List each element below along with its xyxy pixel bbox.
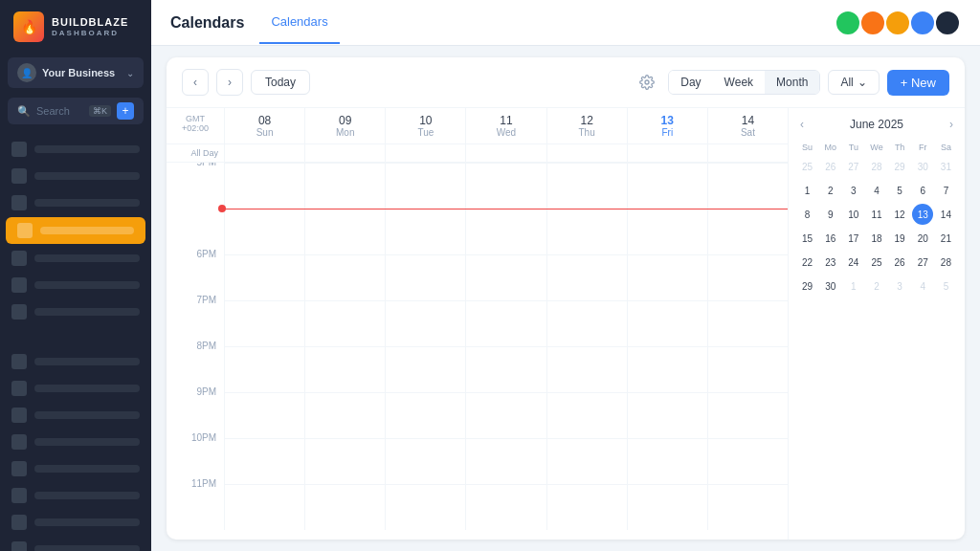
sidebar-item-doc[interactable] [0,245,151,272]
cell-current-mon[interactable] [304,209,385,254]
all-day-cell-wed[interactable] [465,144,546,162]
cell-6pm-fri[interactable] [627,254,707,300]
sidebar-item-bell[interactable] [0,298,151,325]
cell-7pm-sat[interactable] [707,300,788,346]
cell-8pm-sun[interactable] [224,346,304,392]
mini-cal-day[interactable]: 11 [866,204,887,225]
mini-cal-day[interactable]: 4 [866,180,887,201]
mini-cal-day[interactable]: 1 [843,276,864,297]
cell-5pm-wed[interactable] [465,163,546,209]
mini-cal-day[interactable]: 26 [820,156,841,177]
cell-6pm-mon[interactable] [304,254,385,300]
mini-cal-day[interactable]: 6 [912,180,933,201]
cell-9pm-thu[interactable] [546,392,627,438]
day-header-thu[interactable]: 12 Thu [546,108,627,143]
cell-7pm-thu[interactable] [546,300,627,346]
mini-cal-day[interactable]: 25 [866,252,887,273]
mini-cal-day[interactable]: 7 [935,180,956,201]
mini-cal-today[interactable]: 13 [912,204,933,225]
cell-5pm-tue[interactable] [385,163,465,209]
mini-cal-day[interactable]: 26 [889,252,910,273]
sidebar-item-award[interactable] [0,429,151,455]
filter-button[interactable]: All ⌄ [828,70,879,95]
mini-cal-day[interactable]: 1 [797,180,818,201]
mini-cal-day[interactable]: 14 [935,204,956,225]
all-day-cell-fri[interactable] [627,144,707,162]
mini-cal-prev-button[interactable]: ‹ [796,116,808,133]
mini-cal-day[interactable]: 20 [912,228,933,249]
cell-9pm-tue[interactable] [385,392,465,438]
cell-11pm-sun[interactable] [224,484,304,530]
cell-current-tue[interactable] [385,209,465,254]
sidebar-item-home[interactable] [0,136,151,163]
sidebar-item-chat[interactable] [0,189,151,216]
day-header-mon[interactable]: 09 Mon [304,108,385,143]
user-menu[interactable]: 👤 Your Business ⌄ [8,57,144,88]
mini-cal-day[interactable]: 8 [797,204,818,225]
cell-5pm-sat[interactable] [707,163,788,209]
cell-10pm-sat[interactable] [707,438,788,484]
mini-cal-day[interactable]: 10 [843,204,864,225]
view-month-button[interactable]: Month [765,71,819,94]
view-week-button[interactable]: Week [713,71,765,94]
all-day-cell-sun[interactable] [224,144,304,162]
cell-10pm-wed[interactable] [465,438,546,484]
cell-10pm-tue[interactable] [385,438,465,484]
new-event-button[interactable]: + New [887,70,949,96]
mini-cal-day[interactable]: 5 [889,180,910,201]
sidebar-item-grid2[interactable] [0,536,151,551]
prev-button[interactable]: ‹ [182,69,209,96]
cell-current-sun[interactable] [224,209,304,254]
mini-cal-day[interactable]: 30 [912,156,933,177]
mini-cal-day[interactable]: 4 [912,276,933,297]
cell-current-thu[interactable] [546,209,627,254]
cell-11pm-sat[interactable] [707,484,788,530]
cell-8pm-mon[interactable] [304,346,385,392]
mini-cal-day[interactable]: 31 [935,156,956,177]
add-button[interactable]: + [117,102,134,120]
cell-8pm-wed[interactable] [465,346,546,392]
cell-5pm-fri[interactable] [627,163,707,209]
cell-6pm-sat[interactable] [707,254,788,300]
sidebar-item-send[interactable] [0,348,151,375]
mini-cal-day[interactable]: 30 [820,276,841,297]
mini-cal-day[interactable]: 24 [843,252,864,273]
mini-cal-day[interactable]: 29 [797,276,818,297]
mini-cal-day[interactable]: 2 [866,276,887,297]
day-header-fri[interactable]: 13 Fri [627,108,707,143]
sidebar-item-star[interactable] [0,482,151,509]
cell-5pm-thu[interactable] [546,163,627,209]
sidebar-item-grid[interactable] [0,163,151,189]
mini-cal-day[interactable]: 25 [797,156,818,177]
mini-cal-day[interactable]: 27 [843,156,864,177]
day-header-tue[interactable]: 10 Tue [385,108,465,143]
cell-8pm-tue[interactable] [385,346,465,392]
mini-cal-day[interactable]: 5 [935,276,956,297]
next-button[interactable]: › [216,69,243,96]
sidebar-item-calendars[interactable] [6,217,145,244]
mini-cal-day[interactable]: 28 [935,252,956,273]
cell-9pm-wed[interactable] [465,392,546,438]
today-button[interactable]: Today [251,70,310,95]
cell-11pm-wed[interactable] [465,484,546,530]
mini-cal-day[interactable]: 22 [797,252,818,273]
cell-9pm-fri[interactable] [627,392,707,438]
cell-5pm-sun[interactable] [224,163,304,209]
cell-current-wed[interactable] [465,209,546,254]
cell-6pm-thu[interactable] [546,254,627,300]
day-header-wed[interactable]: 11 Wed [465,108,546,143]
search-bar[interactable]: 🔍 Search ⌘K + [8,98,144,124]
mini-cal-day[interactable]: 9 [820,204,841,225]
cell-11pm-tue[interactable] [385,484,465,530]
cell-7pm-sun[interactable] [224,300,304,346]
cell-11pm-thu[interactable] [546,484,627,530]
cell-8pm-fri[interactable] [627,346,707,392]
all-day-cell-tue[interactable] [385,144,465,162]
mini-cal-day[interactable]: 23 [820,252,841,273]
tab-calendars[interactable]: Calendars [259,1,339,44]
all-day-cell-mon[interactable] [304,144,385,162]
sidebar-item-target[interactable] [0,375,151,402]
cell-8pm-thu[interactable] [546,346,627,392]
cell-11pm-mon[interactable] [304,484,385,530]
cell-10pm-thu[interactable] [546,438,627,484]
